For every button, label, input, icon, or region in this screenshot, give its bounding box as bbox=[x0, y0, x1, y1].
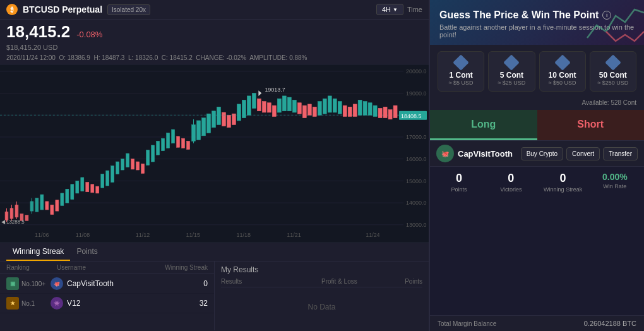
svg-text:11/15: 11/15 bbox=[186, 232, 200, 238]
user-bar: 🐙 CapVisitTooth Buy Crypto Convert Trans… bbox=[430, 140, 644, 167]
svg-rect-48 bbox=[146, 150, 150, 166]
big-price: 18,415.2 bbox=[6, 22, 70, 42]
short-button[interactable]: Short bbox=[537, 110, 645, 140]
svg-text:13000.0: 13000.0 bbox=[406, 222, 426, 228]
svg-rect-90 bbox=[338, 102, 342, 114]
svg-rect-59 bbox=[197, 121, 201, 140]
user-name-2: V12 bbox=[67, 299, 80, 308]
svg-rect-38 bbox=[96, 186, 99, 193]
svg-rect-94 bbox=[358, 100, 362, 115]
chart-area: 20000.0 19000.0 18000.0 17000.0 16000.0 … bbox=[0, 64, 429, 243]
tab-winning-streak[interactable]: Winning Streak bbox=[6, 243, 70, 261]
no-data: No Data bbox=[221, 290, 422, 324]
convert-button[interactable]: Convert bbox=[566, 147, 600, 160]
bet-cards: 1 Cont ≈ $5 USD 5 Cont ≈ $25 USD 10 Cont… bbox=[430, 45, 644, 98]
svg-rect-37 bbox=[91, 184, 94, 193]
svg-rect-40 bbox=[106, 171, 109, 186]
svg-text:◀ 13288.5: ◀ 13288.5 bbox=[1, 218, 25, 224]
svg-text:16000.0: 16000.0 bbox=[406, 156, 426, 162]
game-title-text: Guess The Price & Win The Point bbox=[439, 9, 599, 21]
svg-rect-53 bbox=[172, 129, 175, 143]
rank-label-1: No.100+ bbox=[21, 280, 45, 287]
svg-text:20000.0: 20000.0 bbox=[406, 68, 426, 75]
svg-text:18408.5: 18408.5 bbox=[401, 112, 421, 119]
svg-rect-98 bbox=[378, 108, 382, 117]
svg-rect-52 bbox=[167, 133, 170, 148]
stat-victories: 0 Victories bbox=[488, 172, 534, 193]
svg-rect-30 bbox=[56, 200, 59, 211]
svg-rect-77 bbox=[272, 105, 276, 116]
svg-rect-36 bbox=[86, 183, 89, 192]
user-avatar-bar: 🐙 bbox=[436, 145, 454, 162]
rth-results: Results bbox=[221, 278, 321, 285]
btc-icon: ₿ bbox=[6, 4, 18, 15]
svg-rect-32 bbox=[66, 189, 69, 203]
svg-rect-83 bbox=[302, 105, 306, 118]
stat-win-rate: 0.00% Win Rate bbox=[592, 172, 638, 193]
svg-rect-81 bbox=[292, 100, 296, 112]
bet-sub-4: ≈ $250 USD bbox=[594, 80, 632, 86]
svg-rect-67 bbox=[237, 104, 241, 121]
svg-rect-88 bbox=[328, 96, 331, 112]
svg-text:11/21: 11/21 bbox=[287, 232, 301, 238]
bet-sub-2: ≈ $25 USD bbox=[492, 80, 530, 86]
user-avatar-2: 👾 bbox=[51, 297, 63, 310]
time-button[interactable]: 4H ▼ bbox=[376, 4, 403, 15]
svg-text:19013.7: 19013.7 bbox=[265, 87, 285, 93]
svg-rect-61 bbox=[207, 114, 211, 133]
stat-victories-val: 0 bbox=[488, 172, 534, 185]
svg-rect-95 bbox=[363, 102, 367, 116]
svg-rect-91 bbox=[343, 105, 347, 116]
bet-card-4[interactable]: 50 Cont ≈ $250 USD bbox=[590, 51, 636, 92]
svg-text:14000.0: 14000.0 bbox=[406, 200, 426, 206]
stat-win-rate-val: 0.00% bbox=[592, 172, 638, 182]
transfer-button[interactable]: Transfer bbox=[603, 147, 638, 160]
long-button[interactable]: Long bbox=[430, 110, 537, 140]
table-row: ▣ No.100+ 🐙 CapVisitTooth 0 bbox=[0, 274, 214, 294]
tab-points[interactable]: Points bbox=[70, 243, 104, 261]
game-header: Guess The Price & Win The Point i Battle… bbox=[430, 0, 644, 45]
margin-val: 0.26042188 BTC bbox=[584, 320, 636, 327]
svg-text:11/24: 11/24 bbox=[366, 232, 379, 238]
bet-card-3[interactable]: 10 Cont ≈ $50 USD bbox=[539, 51, 586, 92]
buy-crypto-button[interactable]: Buy Crypto bbox=[521, 147, 563, 160]
svg-rect-55 bbox=[182, 138, 185, 148]
svg-rect-29 bbox=[51, 205, 54, 214]
svg-rect-42 bbox=[116, 162, 119, 174]
margin-label: Total Margin Balance bbox=[438, 320, 496, 327]
svg-rect-84 bbox=[307, 104, 311, 115]
bet-card-2[interactable]: 5 Cont ≈ $25 USD bbox=[488, 51, 535, 92]
svg-text:11/12: 11/12 bbox=[136, 232, 150, 238]
bet-main-4: 50 Cont bbox=[594, 71, 632, 80]
svg-rect-85 bbox=[313, 107, 316, 116]
svg-rect-47 bbox=[141, 164, 145, 173]
results-title: My Results bbox=[221, 265, 422, 274]
th-username: Username bbox=[57, 264, 145, 271]
svg-rect-41 bbox=[111, 166, 114, 183]
svg-rect-26 bbox=[35, 198, 39, 212]
bet-main-1: 1 Cont bbox=[442, 71, 480, 80]
svg-rect-92 bbox=[348, 107, 352, 116]
svg-rect-66 bbox=[232, 114, 236, 124]
isolated-badge: Isolated 20x bbox=[107, 4, 150, 15]
svg-rect-79 bbox=[282, 96, 286, 111]
svg-rect-80 bbox=[287, 97, 291, 111]
rank-icon-1: ▣ bbox=[6, 277, 19, 290]
svg-rect-39 bbox=[101, 174, 104, 188]
rth-pnl: Profit & Loss bbox=[321, 278, 385, 285]
svg-marker-72 bbox=[258, 90, 261, 96]
svg-rect-33 bbox=[71, 184, 74, 200]
svg-rect-49 bbox=[152, 145, 155, 162]
bet-card-1[interactable]: 1 Cont ≈ $5 USD bbox=[438, 51, 484, 92]
svg-rect-28 bbox=[45, 202, 49, 210]
margin-row: Total Margin Balance 0.26042188 BTC bbox=[430, 315, 644, 331]
user-avatar-1: 🐙 bbox=[51, 277, 63, 290]
user-name-1: CapVisitTooth bbox=[67, 279, 114, 288]
svg-rect-64 bbox=[222, 112, 225, 126]
svg-rect-31 bbox=[61, 193, 64, 206]
svg-rect-89 bbox=[333, 99, 337, 112]
svg-rect-50 bbox=[157, 141, 160, 155]
pair-title: BTCUSD Perpetual bbox=[23, 4, 102, 15]
svg-rect-87 bbox=[323, 99, 326, 114]
svg-rect-65 bbox=[227, 115, 230, 128]
